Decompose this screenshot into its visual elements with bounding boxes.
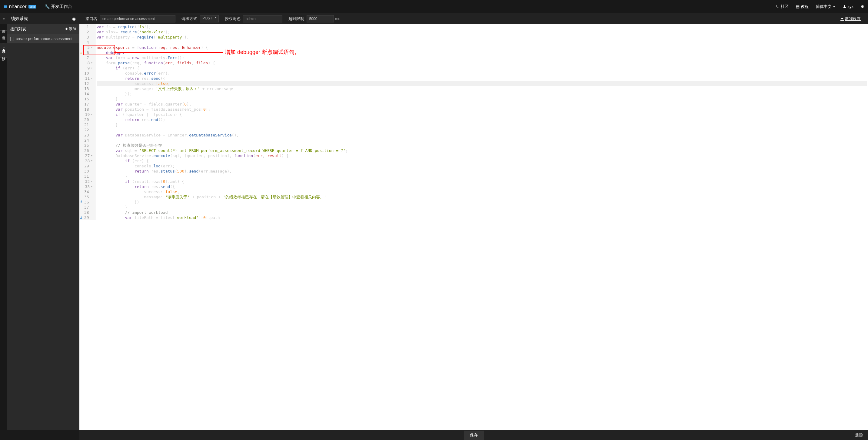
sidebar: 接口列表 ✚添加 create-performance-assessment — [7, 24, 80, 430]
main-area: 页面管理 角色管理 全局配置 自定义 Http 接口 接口列表 ✚添加 crea… — [0, 24, 868, 430]
user-menu[interactable]: ♟zyz — [843, 4, 854, 9]
community-label: 社区 — [781, 4, 788, 9]
run-button[interactable]: ◉ — [72, 17, 76, 21]
language-select[interactable]: 简体中文▼ — [816, 4, 836, 9]
method-select[interactable]: POST ▾ — [200, 15, 219, 23]
wrench-icon: 🔧 — [44, 4, 50, 9]
beta-badge: beta — [29, 5, 36, 8]
collapse-sidebar-button[interactable]: « — [0, 13, 7, 24]
method-label: 请求方式 — [182, 16, 197, 22]
api-name-label: 接口名 — [86, 16, 97, 22]
project-title-bar: 绩效系统 ◉ — [7, 16, 80, 22]
teach-me-link[interactable]: ✦教我设置 — [840, 16, 861, 22]
community-link[interactable]: 🗨社区 — [776, 4, 788, 9]
select-caret-icon: ▾ — [215, 16, 217, 19]
role-input[interactable] — [243, 15, 282, 23]
top-bar: ≡ nhancer beta 🔧 开发工作台 🗨社区 ▤教程 简体中文▼ ♟zy… — [0, 0, 868, 13]
vtab-role-mgmt[interactable]: 角色管理 — [0, 31, 7, 37]
timeout-input[interactable] — [307, 15, 334, 23]
sidebar-header: 接口列表 ✚添加 — [7, 24, 79, 34]
sidebar-item-api[interactable]: create-performance-assessment — [7, 34, 79, 43]
logo-icon: ≡ — [4, 3, 7, 10]
chat-icon: 🗨 — [776, 4, 779, 9]
workbench-label: 开发工作台 — [51, 4, 72, 9]
workbench-link[interactable]: 🔧 开发工作台 — [44, 4, 72, 9]
logo[interactable]: ≡ nhancer beta — [4, 3, 36, 10]
vtab-global-config[interactable]: 全局配置 — [0, 37, 7, 43]
line-gutter: 12345▾⚠678▾9▾1011▾12131415171819▾2021222… — [80, 24, 95, 220]
user-label: zyz — [848, 4, 854, 9]
api-name-input[interactable] — [100, 15, 176, 23]
sidebar-item-label: create-performance-assessment — [16, 36, 72, 41]
logo-text: nhancer — [9, 4, 27, 9]
sidebar-title: 接口列表 — [10, 26, 26, 32]
role-label: 授权角色 — [225, 16, 241, 22]
caret-down-icon: ▼ — [833, 5, 836, 8]
file-icon — [10, 37, 14, 41]
project-title: 绩效系统 — [11, 16, 28, 22]
timeout-label: 超时限制 — [288, 16, 304, 22]
timeout-unit: ms — [335, 17, 340, 21]
settings-button[interactable]: ⚙ — [861, 4, 864, 9]
tutorial-label: 教程 — [801, 4, 809, 9]
user-icon: ♟ — [843, 4, 846, 9]
vertical-tabs: 页面管理 角色管理 全局配置 自定义 Http 接口 — [0, 24, 7, 430]
language-label: 简体中文 — [816, 4, 832, 9]
method-value: POST — [203, 16, 212, 20]
add-label: 添加 — [69, 26, 76, 32]
vtab-page-mgmt[interactable]: 页面管理 — [0, 24, 7, 31]
code-content[interactable]: var fs = require('fs');var xlsx= require… — [95, 24, 868, 220]
add-api-button[interactable]: ✚添加 — [65, 26, 76, 32]
tutorial-link[interactable]: ▤教程 — [796, 4, 809, 9]
code-editor[interactable]: 12345▾⚠678▾9▾1011▾12131415171819▾2021222… — [80, 24, 868, 430]
plus-icon: ✚ — [65, 27, 68, 31]
magic-icon: ✦ — [840, 17, 844, 21]
chevron-left-icon: « — [2, 17, 4, 21]
book-icon: ▤ — [796, 4, 800, 9]
vtab-http-api[interactable]: 自定义 Http 接口 — [0, 43, 7, 58]
gear-icon: ⚙ — [861, 4, 864, 9]
teach-me-label: 教我设置 — [845, 16, 861, 22]
toolbar: « 绩效系统 ◉ 接口名 请求方式 POST ▾ 授权角色 超时限制 ms ✦教… — [0, 13, 868, 24]
